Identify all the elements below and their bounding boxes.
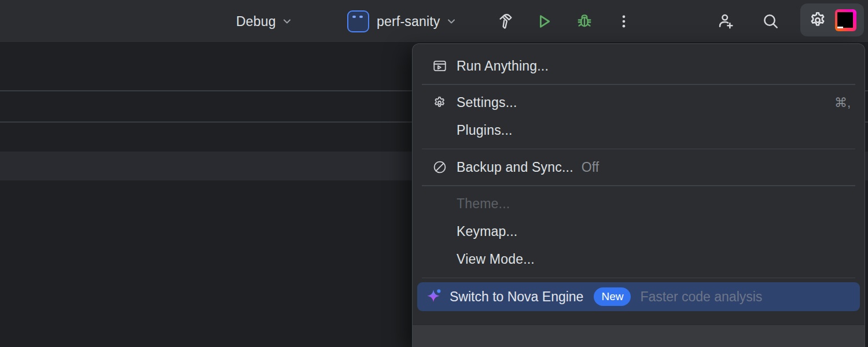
settings-dropdown-menu: Run Anything... Settings... ⌘, Plugins..… <box>412 43 865 347</box>
menu-item-label: Keymap... <box>457 224 517 239</box>
menu-item-switch-to-nova-engine[interactable]: Switch to Nova Engine New Faster code an… <box>417 282 860 311</box>
menu-item-run-anything[interactable]: Run Anything... <box>413 52 865 80</box>
menu-separator <box>422 149 855 150</box>
search-everywhere-button[interactable] <box>758 9 784 34</box>
play-icon <box>535 13 553 30</box>
menu-separator <box>422 185 855 186</box>
menu-item-keymap[interactable]: Keymap... <box>413 218 865 246</box>
menu-item-theme: Theme... <box>413 190 865 218</box>
new-badge: New <box>594 287 631 306</box>
menu-item-settings[interactable]: Settings... ⌘, <box>413 89 865 117</box>
ide-window: Debug perf-sanity <box>0 0 868 347</box>
code-with-me-button[interactable] <box>713 9 738 34</box>
circle-slash-icon <box>432 160 457 175</box>
add-user-icon <box>716 12 735 31</box>
menu-item-label: Backup and Sync... <box>457 160 573 175</box>
settings-menu-trigger[interactable] <box>800 3 864 36</box>
menu-footer <box>413 324 865 347</box>
run-config-name: perf-sanity <box>377 14 440 29</box>
menu-item-label: Plugins... <box>457 123 513 138</box>
search-icon <box>762 12 780 31</box>
run-config-icon <box>347 10 369 32</box>
hammer-icon <box>497 13 514 30</box>
build-button[interactable] <box>493 9 518 34</box>
run-anything-icon <box>432 58 457 73</box>
gear-icon <box>432 95 457 110</box>
menu-item-label: Theme... <box>457 196 510 212</box>
menu-item-label: View Mode... <box>457 252 535 267</box>
menu-separator <box>422 84 855 85</box>
menu-item-label: Settings... <box>457 95 517 110</box>
gear-icon <box>808 10 827 30</box>
debug-mode-label: Debug <box>236 14 276 29</box>
menu-separator <box>422 278 855 279</box>
menu-item-label: Run Anything... <box>457 58 549 74</box>
menu-item-label: Switch to Nova Engine <box>450 289 583 305</box>
menu-item-plugins[interactable]: Plugins... <box>413 117 865 145</box>
chevron-down-icon <box>446 16 457 27</box>
intellij-idea-logo <box>835 9 856 31</box>
menu-item-shortcut: ⌘, <box>834 95 851 110</box>
run-configuration-selector[interactable]: perf-sanity <box>347 0 457 43</box>
main-toolbar: Debug perf-sanity <box>0 0 868 43</box>
kebab-menu-icon <box>616 13 632 29</box>
debug-button[interactable] <box>572 9 597 34</box>
debug-mode-selector[interactable]: Debug <box>236 0 292 43</box>
chevron-down-icon <box>282 16 292 27</box>
run-button[interactable] <box>531 9 557 34</box>
menu-item-hint: Faster code analysis <box>640 289 762 305</box>
bug-icon <box>576 13 593 30</box>
menu-item-view-mode[interactable]: View Mode... <box>413 246 865 274</box>
menu-item-status: Off <box>582 160 599 175</box>
sparkle-icon <box>425 287 450 306</box>
menu-body: Run Anything... Settings... ⌘, Plugins..… <box>413 44 865 320</box>
more-actions-button[interactable] <box>611 9 637 34</box>
menu-item-backup-and-sync[interactable]: Backup and Sync... Off <box>413 153 865 181</box>
